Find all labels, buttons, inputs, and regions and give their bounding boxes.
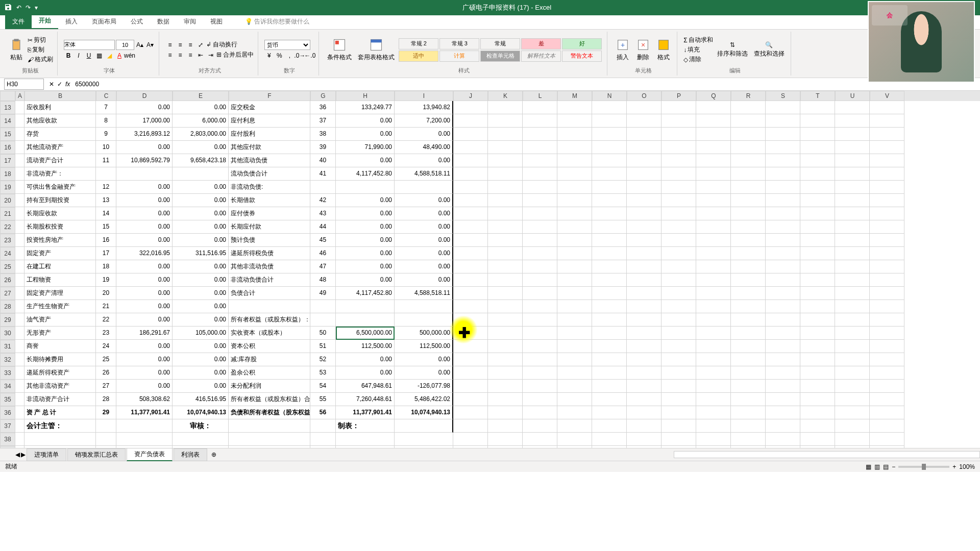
zoom-in-icon[interactable]: + <box>952 463 956 470</box>
cell[interactable]: 可供出售金融资产 <box>24 181 96 194</box>
cell[interactable] <box>662 433 696 446</box>
cell[interactable] <box>453 128 488 141</box>
cell[interactable] <box>557 114 592 128</box>
cell[interactable] <box>15 234 24 247</box>
phonetic-icon[interactable]: wén <box>125 51 134 60</box>
cell[interactable] <box>592 141 627 154</box>
cell[interactable] <box>488 287 523 300</box>
select-all-corner[interactable] <box>0 91 15 101</box>
cell[interactable] <box>488 128 523 141</box>
col-header-P[interactable]: P <box>662 91 696 101</box>
cell[interactable] <box>662 247 696 260</box>
col-header-G[interactable]: G <box>310 91 336 101</box>
cell[interactable] <box>627 287 662 300</box>
cell[interactable] <box>592 313 627 327</box>
cell[interactable] <box>592 114 627 128</box>
cell[interactable] <box>696 366 731 380</box>
cell[interactable]: 10,074,940.13 <box>173 406 229 419</box>
cell[interactable] <box>488 366 523 380</box>
cell[interactable] <box>731 433 766 446</box>
cell[interactable] <box>662 101 696 114</box>
cell[interactable] <box>310 433 336 446</box>
cell[interactable]: 5,486,422.02 <box>395 393 453 406</box>
cell[interactable]: 0.00 <box>395 207 453 220</box>
cell[interactable] <box>800 366 835 380</box>
cell[interactable] <box>523 313 557 327</box>
cell[interactable]: 0.00 <box>173 181 229 194</box>
cell[interactable]: 长期借款 <box>229 194 310 207</box>
cell[interactable]: 其他应付款 <box>229 141 310 154</box>
wrap-text-button[interactable]: ↲ 自动换行 <box>206 40 237 49</box>
cell[interactable] <box>800 446 835 448</box>
cell[interactable]: 无形资产 <box>24 327 96 340</box>
cell[interactable]: 生产性生物资产 <box>24 300 96 313</box>
cell[interactable] <box>835 128 870 141</box>
style-expl[interactable]: 解释性文本 <box>521 51 561 62</box>
sheet-tab-2[interactable]: 销项发票汇总表 <box>67 448 126 461</box>
cell[interactable] <box>15 207 24 220</box>
sheet-tab-1[interactable]: 进项清单 <box>27 448 66 461</box>
row-header-37[interactable]: 37 <box>0 419 15 433</box>
cell[interactable]: 44 <box>310 220 336 234</box>
cell[interactable] <box>835 234 870 247</box>
cell[interactable] <box>592 154 627 167</box>
cell[interactable] <box>523 234 557 247</box>
inc-decimal-icon[interactable]: .0→ <box>295 51 304 60</box>
cell[interactable] <box>731 340 766 353</box>
indent-inc-icon[interactable]: ⇥ <box>206 51 215 60</box>
view-break-icon[interactable]: ▤ <box>883 463 889 470</box>
cell[interactable]: 0.00 <box>116 234 173 247</box>
font-color-icon[interactable]: A <box>115 51 124 60</box>
tab-view[interactable]: 视图 <box>203 14 230 29</box>
cell[interactable]: 0.00 <box>116 220 173 234</box>
align-top-icon[interactable]: ≡ <box>165 40 175 49</box>
cell[interactable]: 52 <box>310 353 336 366</box>
cell[interactable]: 508,308.62 <box>116 393 173 406</box>
cell[interactable] <box>310 181 336 194</box>
formula-bar[interactable] <box>73 79 980 90</box>
footer-cell[interactable]: 会计主管： <box>24 419 96 433</box>
cell[interactable] <box>731 287 766 300</box>
cell[interactable]: 0.00 <box>173 313 229 327</box>
cell[interactable]: 0.00 <box>173 141 229 154</box>
cell[interactable]: 流动资产合计 <box>24 154 96 167</box>
cell[interactable] <box>662 446 696 448</box>
cell[interactable] <box>488 247 523 260</box>
cell[interactable]: 0.00 <box>173 101 229 114</box>
footer-cell[interactable] <box>96 419 116 433</box>
cell[interactable] <box>627 247 662 260</box>
cell[interactable] <box>557 181 592 194</box>
cell[interactable] <box>835 220 870 234</box>
cell[interactable]: 14 <box>96 207 116 220</box>
cell[interactable] <box>870 287 904 300</box>
row-header-28[interactable]: 28 <box>0 300 15 313</box>
cell[interactable] <box>488 167 523 181</box>
undo-icon[interactable]: ↶ <box>16 4 21 11</box>
cell[interactable] <box>800 128 835 141</box>
cell[interactable] <box>627 234 662 247</box>
cell[interactable] <box>592 446 627 448</box>
cell[interactable] <box>592 220 627 234</box>
cell[interactable] <box>731 260 766 273</box>
cell[interactable] <box>731 446 766 448</box>
grow-font-icon[interactable]: A▴ <box>135 40 144 49</box>
row-header-15[interactable]: 15 <box>0 128 15 141</box>
cell[interactable]: 其他流动资产 <box>24 141 96 154</box>
cell[interactable] <box>453 207 488 220</box>
redo-icon[interactable]: ↷ <box>26 4 31 11</box>
cell[interactable] <box>627 327 662 340</box>
style-normal[interactable]: 常规 <box>480 38 520 49</box>
align-right-icon[interactable]: ≡ <box>186 51 195 60</box>
cell[interactable]: 所有者权益（或股东权益）： <box>229 313 310 327</box>
cell[interactable]: 0.00 <box>173 340 229 353</box>
cell[interactable] <box>835 114 870 128</box>
cell[interactable] <box>800 380 835 393</box>
cell[interactable]: 0.00 <box>336 154 395 167</box>
row-header-16[interactable]: 16 <box>0 141 15 154</box>
cell[interactable]: 未分配利润 <box>229 380 310 393</box>
view-normal-icon[interactable]: ▦ <box>866 463 871 470</box>
cell[interactable]: 46 <box>310 247 336 260</box>
cell[interactable] <box>662 194 696 207</box>
cell[interactable] <box>835 366 870 380</box>
col-header-U[interactable]: U <box>835 91 870 101</box>
